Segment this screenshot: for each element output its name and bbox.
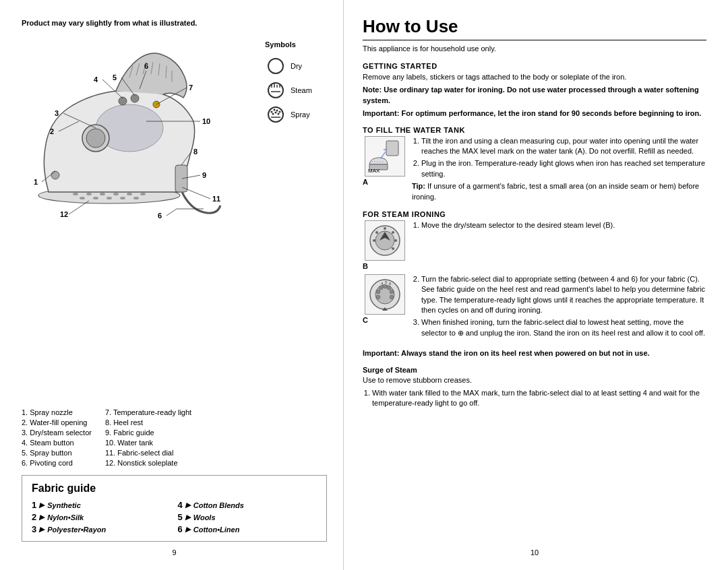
fabric-4: 4 ▶ Cotton Blends — [178, 500, 317, 510]
svg-point-18 — [93, 197, 98, 199]
fill-water-content: Tilt the iron and using a clean measurin… — [412, 136, 706, 202]
part-6: 6. Pivoting cord — [22, 459, 92, 467]
part-2: 2. Water-fill opening — [22, 418, 92, 426]
steam-label: Steam — [291, 86, 312, 94]
fill-water-label: A — [363, 178, 368, 186]
steam-ironing-heading: For Steam Ironing — [363, 210, 706, 218]
svg-point-63 — [274, 109, 276, 111]
svg-text:MAX: MAX — [368, 168, 380, 174]
fabric-arrow-6: ▶ — [185, 526, 191, 533]
steam-image-b — [365, 220, 405, 261]
surge-steps: With water tank filled to the MAX mark, … — [372, 388, 706, 411]
steam-label-b: B — [363, 262, 368, 270]
svg-point-64 — [276, 110, 278, 112]
symbol-spray: Spray — [265, 105, 327, 124]
svg-point-81 — [392, 247, 394, 250]
svg-point-10 — [86, 129, 105, 148]
right-page-number: 10 — [363, 548, 706, 557]
fabric-arrow-4: ▶ — [185, 501, 191, 509]
fill-water-image-area: MAX A — [363, 136, 406, 202]
svg-point-11 — [73, 193, 78, 195]
svg-line-38 — [166, 209, 177, 216]
part-11: 11. Fabric-select dial — [105, 449, 191, 457]
symbols-title: Symbols — [265, 40, 327, 49]
dry-label: Dry — [291, 62, 302, 70]
part-12: 12. Nonstick soleplate — [105, 459, 191, 467]
svg-text:2: 2 — [50, 127, 54, 135]
part-8: 8. Heel rest — [105, 418, 191, 426]
fabric-3: 3 ▶ Polyester•Rayon — [32, 524, 171, 534]
svg-text:5: 5 — [113, 73, 117, 82]
fabric-arrow-1: ▶ — [39, 501, 44, 509]
svg-text:7: 7 — [189, 84, 193, 92]
svg-line-48 — [182, 187, 210, 199]
iron-diagram-area: 1 2 3 4 5 6 7 — [22, 34, 327, 402]
fill-water-tip: Tip: If unsure of a garment's fabric, te… — [412, 181, 706, 202]
svg-point-87 — [383, 284, 387, 288]
svg-point-55 — [268, 83, 283, 98]
steam-step-3: When finished ironing, turn the fabric-s… — [421, 317, 706, 338]
spray-icon — [265, 105, 286, 124]
fabric-num-4: 4 — [178, 500, 183, 510]
svg-point-80 — [394, 239, 397, 242]
steam-steps-list: Turn the fabric-select dial to appropria… — [421, 274, 706, 338]
svg-point-22 — [51, 171, 59, 179]
fabric-arrow-2: ▶ — [39, 513, 44, 521]
svg-point-92 — [376, 295, 380, 299]
part-5: 5. Spray button — [22, 449, 92, 457]
spray-label: Spray — [291, 110, 310, 119]
parts-col-1: 1. Spray nozzle 2. Water-fill opening 3.… — [22, 408, 92, 467]
svg-point-82 — [375, 231, 378, 234]
important2: Important: Always stand the iron on its … — [363, 348, 706, 358]
part-7: 7. Temperature-ready light — [105, 408, 191, 416]
steam-ironing-block-b: B Move the dry/steam selector to the des… — [363, 220, 706, 270]
svg-text:9: 9 — [202, 171, 206, 179]
svg-point-62 — [271, 111, 273, 113]
svg-point-16 — [140, 193, 146, 195]
tip-text-content: If unsure of a garment's fabric, test a … — [412, 182, 699, 200]
how-to-use-title: How to Use — [363, 16, 706, 40]
steam-image-c-area: 4 5 6 C — [363, 274, 406, 340]
svg-point-65 — [279, 111, 281, 113]
svg-point-17 — [80, 197, 85, 199]
fabric-5: 5 ▶ Wools — [178, 512, 317, 522]
svg-point-20 — [120, 197, 125, 199]
fill-water-heading: To Fill The Water Tank — [363, 126, 706, 134]
svg-text:11: 11 — [212, 195, 220, 203]
svg-point-79 — [392, 231, 394, 234]
svg-text:1: 1 — [34, 178, 38, 186]
part-9: 9. Fabric guide — [105, 429, 191, 437]
svg-rect-70 — [386, 141, 398, 156]
surge-heading: Surge of Steam — [363, 366, 706, 374]
fabric-label-3: Polyester•Rayon — [47, 526, 106, 534]
steam-icon — [265, 81, 286, 100]
fabric-6: 6 ▶ Cotton•Linen — [178, 524, 317, 534]
steam-label-c: C — [363, 316, 368, 324]
fabric-num-5: 5 — [178, 512, 183, 522]
svg-point-21 — [133, 197, 139, 199]
svg-text:8: 8 — [193, 148, 198, 156]
svg-text:4: 4 — [94, 75, 98, 84]
part-4: 4. Steam button — [22, 439, 92, 447]
svg-point-19 — [107, 197, 112, 199]
svg-point-78 — [384, 227, 386, 230]
steam-step1-content: Move the dry/steam selector to the desir… — [412, 220, 706, 270]
symbols-box: Symbols Dry — [260, 34, 327, 402]
steam-step1-list: Move the dry/steam selector to the desir… — [421, 220, 706, 230]
fabric-label-2: Nylon•Silk — [47, 513, 84, 521]
steam-ironing-block-c: 4 5 6 C Turn the fabric-select dial to a… — [363, 274, 706, 340]
page-left: Product may vary slightly from what is i… — [0, 0, 344, 570]
fabric-1: 1 ▶ Synthetic — [32, 500, 171, 510]
svg-point-83 — [373, 239, 375, 242]
fill-water-image: MAX — [365, 136, 405, 177]
fabric-guide-title: Fabric guide — [32, 482, 317, 495]
steam-step-2: Turn the fabric-select dial to appropria… — [421, 274, 706, 316]
svg-text:3: 3 — [55, 109, 59, 117]
fabric-arrow-3: ▶ — [39, 526, 44, 533]
getting-started-heading: Getting Started — [363, 62, 706, 70]
left-page-number: 9 — [22, 548, 327, 557]
surge-desc: Use to remove stubborn creases. — [363, 375, 706, 385]
symbol-steam: Steam — [265, 81, 327, 100]
fabric-grid: 1 ▶ Synthetic 4 ▶ Cotton Blends 2 ▶ Nylo… — [32, 500, 317, 534]
fill-water-step-1: Tilt the iron and using a clean measurin… — [421, 136, 706, 157]
